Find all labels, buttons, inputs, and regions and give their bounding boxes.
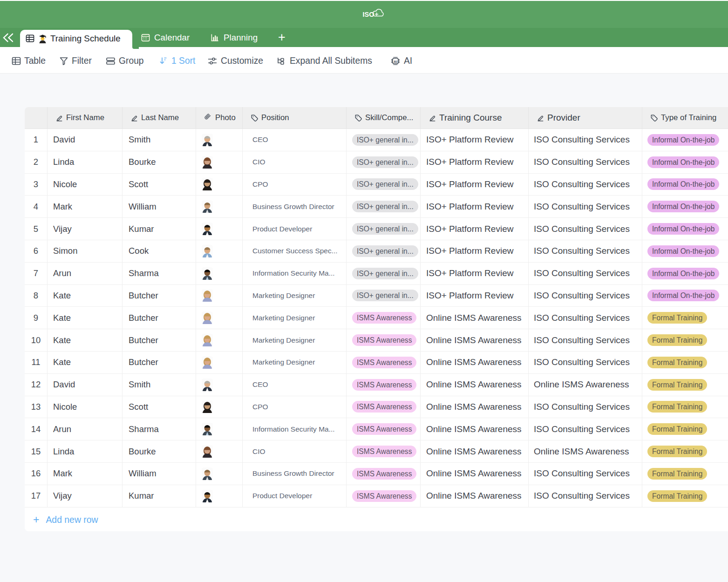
svg-text:AI: AI — [394, 59, 397, 63]
